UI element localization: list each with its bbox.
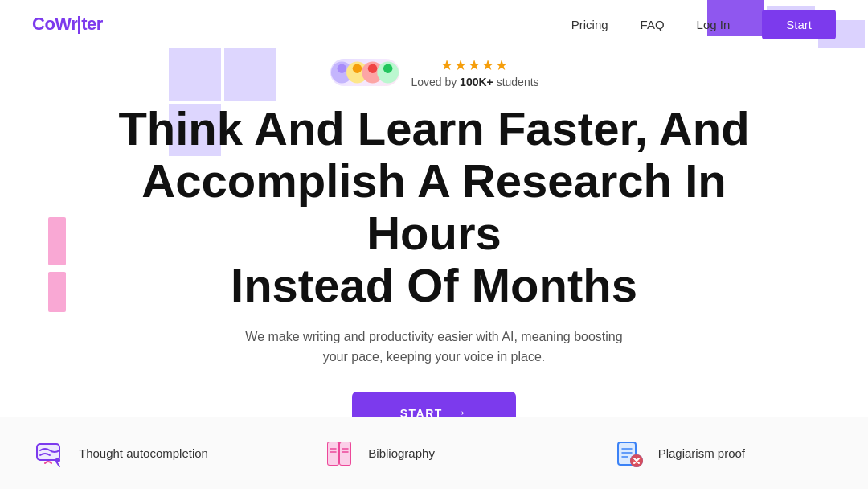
social-proof: ★★★★★ Loved by 100K+ students: [329, 56, 538, 88]
navbar: CoWrter Pricing FAQ Log In Start: [0, 0, 868, 48]
nav-faq[interactable]: FAQ: [641, 18, 665, 31]
nav-login[interactable]: Log In: [697, 18, 731, 31]
feature-bibliography: Bibliography: [289, 417, 579, 489]
svg-point-1: [338, 64, 346, 72]
bibliography-label: Bibliography: [368, 446, 435, 460]
plagiarism-label: Plagiarism proof: [658, 446, 745, 460]
autocompletion-label: Thought autocompletion: [79, 446, 208, 460]
feature-autocompletion: Thought autocompletion: [0, 417, 289, 489]
feature-strip: Thought autocompletion Bibliography: [0, 417, 868, 489]
avatar-group: [329, 57, 401, 88]
social-proof-text: Loved by 100K+ students: [411, 76, 538, 88]
hero-section: ★★★★★ Loved by 100K+ students Think And …: [0, 48, 868, 434]
svg-rect-12: [328, 442, 338, 465]
svg-point-5: [368, 64, 377, 72]
student-count: 100K+: [460, 76, 493, 88]
nav-pricing[interactable]: Pricing: [571, 18, 608, 31]
bibliography-icon: [321, 436, 357, 471]
autocompletion-icon: [32, 436, 68, 471]
logo-cursor: [78, 16, 80, 34]
hero-headline: Think And Learn Faster, And Accomplish A…: [104, 103, 764, 312]
nav-start-button[interactable]: Start: [762, 10, 836, 39]
plagiarism-icon: [612, 436, 647, 471]
logo[interactable]: CoWrter: [32, 14, 103, 35]
star-rating: ★★★★★: [411, 56, 538, 74]
nav-links: Pricing FAQ Log In: [571, 18, 731, 31]
svg-rect-13: [340, 442, 350, 465]
feature-plagiarism: Plagiarism proof: [579, 417, 868, 489]
hero-subheadline: We make writing and productivity easier …: [241, 327, 627, 368]
svg-point-3: [353, 64, 362, 72]
svg-point-9: [55, 458, 60, 462]
svg-point-7: [383, 64, 392, 72]
